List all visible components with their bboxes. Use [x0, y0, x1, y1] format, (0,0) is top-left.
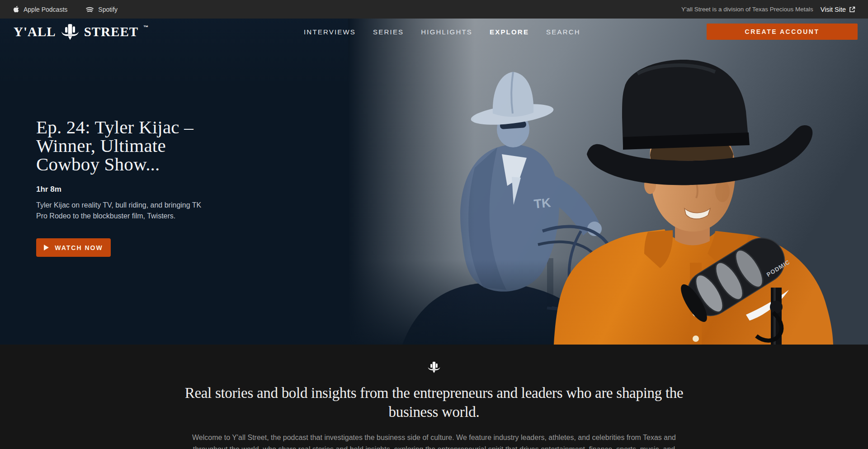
episode-title-line-2: Winner, Ultimate [36, 137, 253, 155]
nav-item-interviews[interactable]: INTERVIEWS [304, 28, 356, 36]
episode-description: Tyler Kijac on reality TV, bull riding, … [36, 200, 213, 222]
episode-title: Ep. 24: Tyler Kijac – Winner, Ultimate C… [36, 118, 253, 174]
division-note: Y'all Street is a division of Texas Prec… [681, 6, 813, 13]
watch-now-label: WATCH NOW [55, 244, 103, 251]
logo-trademark: ™ [143, 24, 149, 30]
logo-word-street: STREET [84, 24, 138, 39]
episode-title-line-1: Ep. 24: Tyler Kijac – [36, 118, 253, 137]
nav-item-explore[interactable]: EXPLORE [490, 28, 529, 36]
intro-section: Real stories and bold insights from the … [0, 345, 868, 449]
nav-item-search[interactable]: SEARCH [546, 28, 580, 36]
hero-content: Ep. 24: Tyler Kijac – Winner, Ultimate C… [36, 118, 253, 257]
top-utility-bar: Apple Podcasts Spotify Y'all Street is a… [0, 0, 868, 19]
external-link-icon [849, 6, 855, 13]
spotify-label: Spotify [98, 6, 118, 13]
hero-section: TK [0, 19, 868, 345]
hero-image: TK [348, 19, 868, 345]
intro-paragraph: Welcome to Y'all Street, the podcast tha… [189, 432, 679, 449]
apple-podcasts-link[interactable]: Apple Podcasts [13, 5, 67, 13]
watch-now-button[interactable]: WATCH NOW [36, 238, 111, 257]
nav-item-highlights[interactable]: HIGHLIGHTS [421, 28, 472, 36]
play-icon [44, 245, 49, 250]
nav-menu: INTERVIEWS SERIES HIGHLIGHTS EXPLORE SEA… [304, 19, 580, 45]
episode-title-line-3: Cowboy Show... [36, 155, 253, 174]
site-logo[interactable]: Y'ALL STREET ™ [14, 23, 149, 41]
cactus-logo-icon [60, 23, 80, 41]
main-nav: Y'ALL STREET ™ INTERVIEWS SERIES HIGHLIG… [0, 19, 868, 45]
logo-word-yall: Y'ALL [14, 24, 56, 39]
topbar-right: Y'all Street is a division of Texas Prec… [681, 6, 855, 13]
spotify-icon [85, 6, 94, 13]
visit-site-link[interactable]: Visit Site [821, 6, 855, 13]
episode-duration: 1hr 8m [36, 185, 253, 194]
apple-icon [13, 5, 19, 13]
intro-headline: Real stories and bold insights from the … [176, 383, 692, 421]
create-account-button[interactable]: CREATE ACCOUNT [707, 24, 858, 40]
nav-item-series[interactable]: SERIES [373, 28, 404, 36]
podcast-platform-links: Apple Podcasts Spotify [13, 5, 118, 13]
spotify-link[interactable]: Spotify [85, 6, 118, 13]
cactus-mark-icon [427, 361, 441, 373]
apple-podcasts-label: Apple Podcasts [24, 6, 67, 13]
visit-site-label: Visit Site [821, 6, 846, 13]
